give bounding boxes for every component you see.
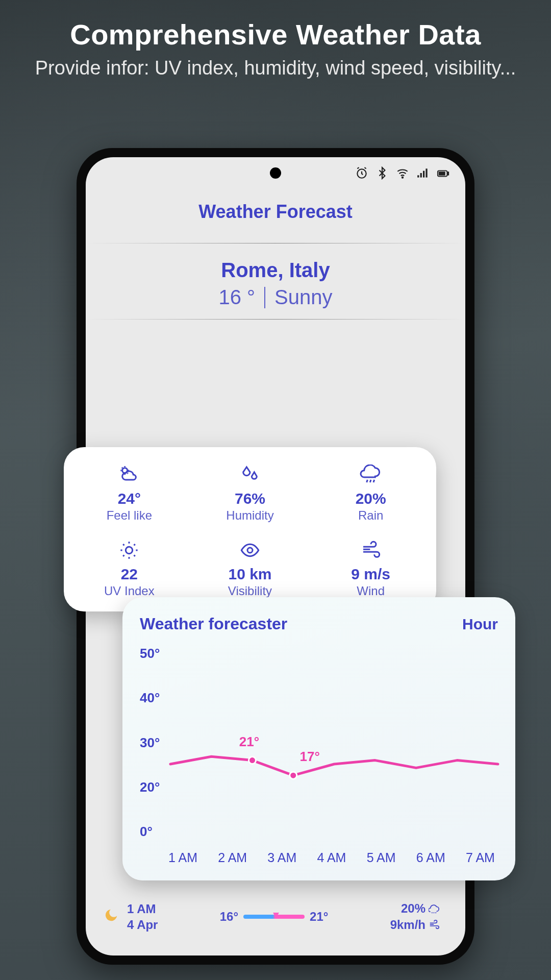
app-title: Weather Forecast bbox=[101, 201, 450, 223]
svg-rect-7 bbox=[447, 172, 448, 175]
metric-value: 24° bbox=[69, 490, 190, 507]
metric-value: 20% bbox=[310, 490, 431, 507]
promo-banner: Comprehensive Weather Data Provide infor… bbox=[0, 0, 551, 100]
metric-label: Feel like bbox=[69, 508, 190, 523]
promo-subtitle: Provide infor: UV index, humidity, wind … bbox=[20, 57, 531, 79]
current-temp: 16 ° bbox=[218, 286, 255, 309]
metric-wind: 9 m/sWind bbox=[310, 538, 431, 598]
droplets-icon bbox=[190, 462, 311, 487]
chart-mode-toggle[interactable]: Hour bbox=[462, 616, 498, 633]
hourly-date: 4 Apr bbox=[127, 917, 158, 933]
hourly-time: 1 AM bbox=[127, 901, 158, 917]
svg-point-13 bbox=[290, 772, 297, 779]
hourly-forecast-row[interactable]: 1 AM 4 Apr 16° 21° 20% 9km/h bbox=[104, 901, 440, 933]
svg-point-12 bbox=[248, 757, 256, 764]
alarm-icon bbox=[355, 166, 368, 182]
svg-rect-5 bbox=[425, 168, 427, 177]
metric-humidity: 76%Humidity bbox=[190, 462, 311, 523]
metric-value: 9 m/s bbox=[310, 566, 431, 583]
metric-rain: 20%Rain bbox=[310, 462, 431, 523]
cloud-rain-icon bbox=[310, 462, 431, 487]
wind-icon bbox=[429, 919, 440, 930]
forecast-chart-card: Weather forecaster Hour 50°40°30°20°0° 2… bbox=[122, 597, 515, 880]
metric-uv-index: 22UV Index bbox=[69, 538, 190, 598]
metric-label: Humidity bbox=[190, 508, 311, 523]
metric-label: UV Index bbox=[69, 584, 190, 598]
current-condition: Sunny bbox=[274, 286, 332, 309]
chart-annotation-low: 17° bbox=[300, 749, 320, 765]
sun-icon bbox=[69, 538, 190, 562]
hourly-low: 16° bbox=[220, 910, 238, 924]
svg-point-1 bbox=[402, 177, 403, 178]
location-summary: 16 ° Sunny bbox=[101, 286, 450, 309]
metric-visibility: 10 kmVisibility bbox=[190, 538, 311, 598]
signal-icon bbox=[416, 166, 430, 182]
battery-icon bbox=[437, 166, 450, 182]
hourly-rain: 20% bbox=[401, 901, 425, 916]
metric-label: Rain bbox=[310, 508, 431, 523]
x-axis-labels: 1 AM2 AM3 AM4 AM5 AM6 AM7 AM bbox=[165, 850, 498, 865]
metric-label: Wind bbox=[310, 584, 431, 598]
chart-title: Weather forecaster bbox=[140, 615, 287, 633]
metric-value: 10 km bbox=[190, 566, 311, 583]
svg-rect-8 bbox=[439, 172, 445, 175]
camera-notch bbox=[270, 167, 281, 179]
metrics-card: 24°Feel like76%Humidity20%Rain22UV Index… bbox=[64, 447, 436, 611]
location-name: Rome, Italy bbox=[101, 259, 450, 282]
chart-plot: 21° 17° bbox=[170, 651, 498, 840]
wind-icon bbox=[310, 538, 431, 562]
hourly-wind: 9km/h bbox=[390, 918, 425, 932]
promo-title: Comprehensive Weather Data bbox=[20, 18, 531, 51]
y-axis-labels: 50°40°30°20°0° bbox=[140, 646, 160, 840]
hourly-high: 21° bbox=[310, 910, 328, 924]
svg-rect-3 bbox=[420, 173, 422, 178]
metric-value: 76% bbox=[190, 490, 311, 507]
temp-separator bbox=[264, 287, 265, 308]
metric-value: 22 bbox=[69, 566, 190, 583]
location-block[interactable]: Rome, Italy 16 ° Sunny bbox=[101, 243, 450, 319]
cloud-sun-icon bbox=[69, 462, 190, 487]
chart-area[interactable]: 50°40°30°20°0° 21° 17° 1 AM2 AM3 AM4 AM5… bbox=[140, 646, 498, 860]
moon-icon bbox=[104, 908, 119, 926]
svg-point-11 bbox=[247, 548, 253, 553]
svg-rect-2 bbox=[417, 175, 419, 177]
bluetooth-icon bbox=[375, 166, 389, 182]
metric-feel-like: 24°Feel like bbox=[69, 462, 190, 523]
eye-icon bbox=[190, 538, 311, 562]
chart-annotation-high: 21° bbox=[239, 734, 259, 750]
svg-point-10 bbox=[126, 547, 133, 553]
svg-rect-4 bbox=[423, 171, 424, 178]
cloud-rain-icon bbox=[429, 903, 440, 914]
wifi-icon bbox=[396, 166, 409, 182]
metric-label: Visibility bbox=[190, 584, 311, 598]
temp-range-bar bbox=[243, 915, 305, 919]
